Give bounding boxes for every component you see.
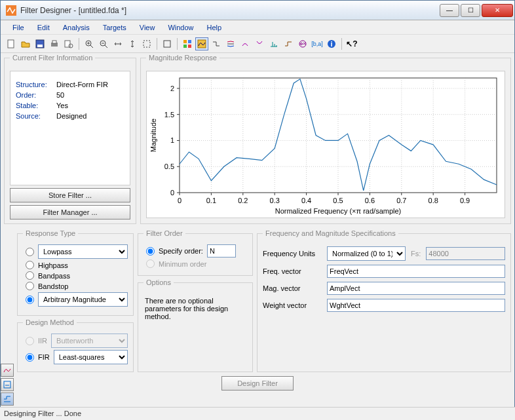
- freq-mag-spec-group: Frequency and Magnitude Specifications F…: [257, 229, 511, 372]
- arbitrary-radio[interactable]: [26, 296, 34, 304]
- filter-manager-button[interactable]: Filter Manager ...: [10, 205, 130, 220]
- coefficients-icon[interactable]: [b,a]: [311, 37, 324, 50]
- lowpass-radio[interactable]: [26, 248, 34, 256]
- svg-text:0.9: 0.9: [460, 197, 470, 204]
- svg-text:0.3: 0.3: [270, 197, 280, 204]
- svg-text:0.8: 0.8: [429, 197, 438, 204]
- menu-targets[interactable]: Targets: [96, 22, 133, 33]
- weight-vector-label: Weight vector: [263, 301, 322, 309]
- print-icon[interactable]: [48, 37, 61, 50]
- freq-vector-field[interactable]: [327, 265, 505, 278]
- open-icon[interactable]: [19, 37, 32, 50]
- svg-rect-15: [188, 45, 191, 48]
- side-tab-2[interactable]: [1, 378, 14, 391]
- lowpass-select[interactable]: Lowpass: [38, 244, 128, 259]
- fir-label: FIR: [38, 353, 50, 361]
- menu-view[interactable]: View: [133, 22, 162, 33]
- svg-point-18: [301, 43, 303, 45]
- status-text: Designing Filter ... Done: [4, 410, 81, 417]
- svg-rect-13: [188, 40, 191, 43]
- maximize-button[interactable]: ☐: [461, 4, 480, 17]
- minimum-order-label: Minimum order: [159, 260, 206, 268]
- app-icon: [6, 5, 16, 16]
- svg-text:0: 0: [178, 197, 181, 204]
- new-icon[interactable]: [5, 37, 18, 50]
- svg-text:2: 2: [170, 85, 174, 92]
- svg-text:0.6: 0.6: [365, 197, 375, 204]
- bandstop-label: Bandstop: [38, 282, 68, 290]
- design-method-legend: Design Method: [23, 318, 77, 326]
- freq-units-select[interactable]: Normalized (0 to 1): [327, 246, 406, 261]
- bandpass-radio[interactable]: [26, 271, 34, 280]
- svg-text:0.1: 0.1: [206, 197, 216, 204]
- bandstop-radio[interactable]: [26, 282, 34, 290]
- svg-rect-10: [143, 41, 150, 47]
- freq-units-label: Frequency Units: [263, 250, 322, 258]
- menu-file[interactable]: File: [6, 22, 31, 33]
- menubar: File Edit Analysis Targets View Window H…: [1, 20, 514, 35]
- svg-rect-12: [183, 40, 187, 43]
- window-title: Filter Designer - [untitled.fda *]: [20, 6, 438, 15]
- magnitude-response-group: Magnitude Response 00.10.20.30.40.50.60.…: [140, 54, 511, 224]
- menu-analysis[interactable]: Analysis: [56, 22, 96, 33]
- minimum-order-radio: [146, 259, 155, 268]
- help-icon[interactable]: ↖?: [345, 37, 358, 50]
- status-bar: Designing Filter ... Done: [0, 407, 515, 420]
- phase-response-icon[interactable]: [210, 37, 223, 50]
- fir-radio[interactable]: [26, 353, 34, 362]
- iir-radio: [26, 337, 34, 345]
- fs-label: Fs:: [411, 250, 421, 258]
- svg-rect-3: [37, 45, 43, 47]
- titlebar: Filter Designer - [untitled.fda *] — ☐ ✕: [1, 1, 514, 20]
- step-response-icon[interactable]: [282, 37, 295, 50]
- bandpass-label: Bandpass: [38, 272, 70, 280]
- specify-order-radio[interactable]: [146, 247, 155, 256]
- print-preview-icon[interactable]: [62, 37, 75, 50]
- fs-field: [426, 247, 505, 260]
- mag-vector-field[interactable]: [327, 282, 505, 295]
- cfi-order-value: 50: [56, 91, 64, 99]
- pole-zero-icon[interactable]: [296, 37, 309, 50]
- cfi-source-label: Source:: [16, 112, 56, 120]
- full-spec-icon[interactable]: [181, 37, 194, 50]
- menu-window[interactable]: Window: [161, 22, 200, 33]
- zoom-out-icon[interactable]: [97, 37, 110, 50]
- side-tab-1[interactable]: [1, 364, 14, 377]
- magnitude-response-chart[interactable]: 00.10.20.30.40.50.60.70.80.900.511.52Nor…: [146, 71, 505, 218]
- zoom-y-icon[interactable]: [126, 37, 139, 50]
- filter-order-legend: Filter Order: [143, 229, 185, 237]
- side-tab-3[interactable]: [1, 392, 14, 406]
- svg-text:0.4: 0.4: [301, 197, 311, 204]
- mag-response-icon[interactable]: [195, 37, 208, 50]
- arbitrary-select[interactable]: Arbitrary Magnitude: [38, 292, 128, 307]
- svg-text:i: i: [330, 40, 332, 48]
- cfi-order-label: Order:: [16, 91, 56, 99]
- specify-order-label: Specify order:: [159, 247, 203, 255]
- group-delay-icon[interactable]: [238, 37, 252, 50]
- full-view-icon[interactable]: [140, 37, 153, 50]
- filter-specs-icon[interactable]: [161, 37, 174, 50]
- zoom-in-icon[interactable]: [83, 37, 96, 50]
- minimize-button[interactable]: —: [440, 4, 459, 17]
- svg-text:0.7: 0.7: [396, 197, 406, 204]
- specify-order-field[interactable]: [207, 244, 236, 258]
- menu-help[interactable]: Help: [200, 22, 229, 33]
- save-icon[interactable]: [33, 37, 47, 50]
- phase-delay-icon[interactable]: [253, 37, 266, 50]
- impulse-response-icon[interactable]: [267, 37, 280, 50]
- menu-edit[interactable]: Edit: [31, 22, 56, 33]
- toolbar: [b,a] i ↖?: [1, 35, 514, 53]
- store-filter-button[interactable]: Store Filter ...: [10, 188, 130, 202]
- design-filter-button: Design Filter: [221, 376, 294, 391]
- weight-vector-field[interactable]: [327, 299, 505, 312]
- info-icon[interactable]: i: [325, 37, 338, 50]
- svg-text:1.5: 1.5: [164, 111, 174, 119]
- highpass-radio[interactable]: [26, 261, 34, 269]
- close-button[interactable]: ✕: [482, 4, 513, 17]
- zoom-x-icon[interactable]: [111, 37, 124, 50]
- svg-text:0.5: 0.5: [333, 197, 343, 204]
- options-text: There are no optional parameters for thi…: [143, 292, 247, 326]
- fir-select[interactable]: Least-squares: [54, 350, 128, 364]
- magresp-legend: Magnitude Response: [146, 54, 219, 62]
- mag-phase-icon[interactable]: [224, 37, 237, 50]
